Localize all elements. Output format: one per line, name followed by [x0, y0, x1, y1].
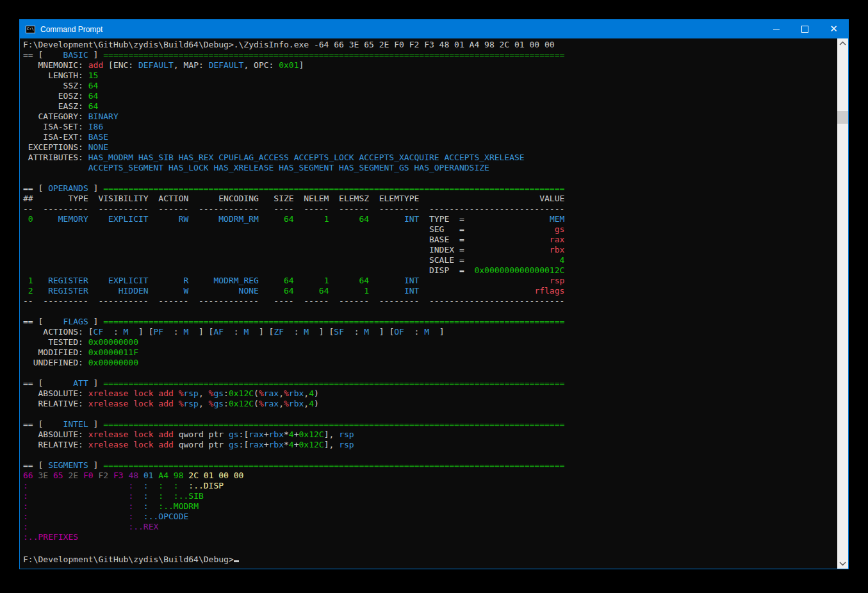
command-prompt-window: C:\ Command Prompt ✕ F:\Development\GitH…: [19, 19, 849, 569]
console-line: == [ BASIC ] ===========================…: [23, 50, 564, 60]
chevron-down-icon: [837, 558, 848, 569]
console-line: EXCEPTIONS: NONE: [23, 142, 564, 153]
console-line: SSZ: 64: [23, 81, 564, 91]
console-line: F:\Development\GitHub\zydis\Build64\Debu…: [23, 553, 564, 563]
maximize-icon: [801, 26, 808, 33]
console-line: == [ INTEL ] ===========================…: [23, 419, 564, 430]
console-line: : : : : :..SIB: [23, 491, 564, 501]
console-line: MNEMONIC: add [ENC: DEFAULT, MAP: DEFAUL…: [23, 60, 564, 71]
console-line: ## TYPE VISIBILITY ACTION ENCODING SIZE …: [23, 194, 564, 204]
console-line: MODIFIED: 0x0000011F: [23, 347, 564, 358]
console-line: [23, 542, 564, 553]
console-line: ATTRIBUTES: HAS_MODRM HAS_SIB HAS_REX CP…: [23, 153, 564, 163]
console-line: SEG = gs: [23, 224, 564, 235]
console-line: : : :..OPCODE: [23, 512, 564, 522]
minimize-icon: [773, 29, 780, 29]
chevron-up-icon: [837, 38, 848, 49]
console-line: RELATIVE: xrelease lock add qword ptr gs…: [23, 440, 564, 450]
console-line: CATEGORY: BINARY: [23, 112, 564, 122]
terminal-text: F:\Development\GitHub\zydis\Build64\Debu…: [23, 40, 564, 563]
console-line: == [ ATT ] =============================…: [23, 378, 564, 388]
console-line: == [ FLAGS ] ===========================…: [23, 317, 564, 327]
console-line: 0 MEMORY EXPLICIT RW MODRM_RM 64 1 64 IN…: [23, 214, 564, 224]
cmd-icon: C:\: [26, 26, 35, 33]
console-line: ISA-SET: I86: [23, 122, 564, 132]
scrollbar-thumb[interactable]: [837, 111, 848, 124]
console-line: SCALE = 4: [23, 255, 564, 265]
console-line: ABSOLUTE: xrelease lock add qword ptr gs…: [23, 430, 564, 440]
window-controls: ✕: [762, 20, 848, 38]
console-line: DISP = 0x000000000000012C: [23, 265, 564, 276]
text-cursor: [234, 553, 239, 562]
console-line: RELATIVE: xrelease lock add %rsp, %gs:0x…: [23, 399, 564, 409]
close-button[interactable]: ✕: [819, 20, 848, 38]
console-line: ACTIONS: [CF : M ] [PF : M ] [AF : M ] […: [23, 327, 564, 337]
console-line: ISA-EXT: BASE: [23, 132, 564, 142]
console-line: UNDEFINED: 0x00000000: [23, 358, 564, 368]
console-line: INDEX = rbx: [23, 245, 564, 255]
console-line: :..PREFIXES: [23, 532, 564, 542]
titlebar[interactable]: C:\ Command Prompt ✕: [20, 20, 848, 38]
console-line: [23, 409, 564, 419]
console-line: [23, 368, 564, 378]
console-line: : :..REX: [23, 522, 564, 532]
console-line: == [ OPERANDS ] ========================…: [23, 183, 564, 194]
console-line: 66 3E 65 2E F0 F2 F3 48 01 A4 98 2C 01 0…: [23, 471, 564, 481]
console-line: ABSOLUTE: xrelease lock add %rsp, %gs:0x…: [23, 388, 564, 399]
console-line: == [ SEGMENTS ] ========================…: [23, 460, 564, 471]
console-output[interactable]: F:\Development\GitHub\zydis\Build64\Debu…: [20, 38, 848, 569]
console-line: 2 REGISTER HIDDEN W NONE 64 64 1 INT rfl…: [23, 286, 564, 296]
scrollbar[interactable]: [837, 38, 848, 569]
console-line: -- --------- ---------- ------ ---------…: [23, 296, 564, 306]
console-line: : : : :..MODRM: [23, 501, 564, 512]
console-line: : : : : : :..DISP: [23, 481, 564, 491]
console-line: EASZ: 64: [23, 101, 564, 112]
console-line: LENGTH: 15: [23, 71, 564, 81]
console-line: F:\Development\GitHub\zydis\Build64\Debu…: [23, 40, 564, 50]
console-line: EOSZ: 64: [23, 91, 564, 101]
console-line: 1 REGISTER EXPLICIT R MODRM_REG 64 1 64 …: [23, 276, 564, 286]
console-line: [23, 450, 564, 460]
console-line: ACCEPTS_SEGMENT HAS_LOCK HAS_XRELEASE HA…: [23, 163, 564, 173]
console-line: -- --------- ---------- ------ ---------…: [23, 204, 564, 214]
console-line: TESTED: 0x00000000: [23, 337, 564, 347]
maximize-button[interactable]: [790, 20, 819, 38]
console-line: [23, 306, 564, 317]
scroll-up-button[interactable]: [837, 38, 848, 49]
console-line: [23, 173, 564, 183]
window-title: Command Prompt: [40, 25, 102, 34]
minimize-button[interactable]: [762, 20, 790, 38]
console-line: BASE = rax: [23, 235, 564, 245]
close-icon: ✕: [830, 24, 838, 34]
scroll-down-button[interactable]: [837, 558, 848, 569]
